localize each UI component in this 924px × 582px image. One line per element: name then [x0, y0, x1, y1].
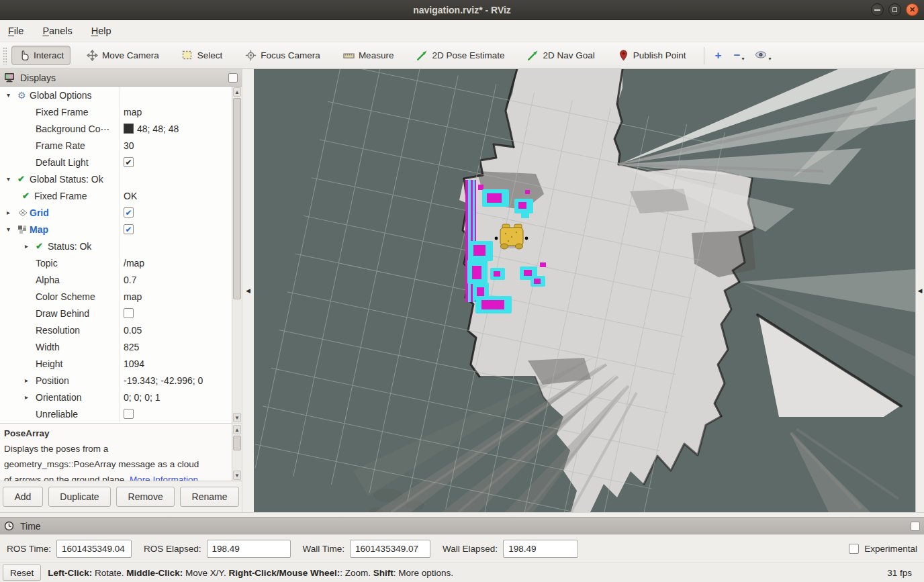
experimental-checkbox[interactable] [849, 544, 859, 554]
property-row-position[interactable]: ▸Position-19.343; -42.996; 0 [0, 372, 232, 389]
property-value-cell[interactable]: map [120, 103, 232, 120]
minimize-button[interactable] [871, 3, 884, 16]
viewport-bottom-splitter[interactable] [0, 512, 924, 517]
tool-focus-camera[interactable]: Focus Camera [238, 46, 327, 65]
color-swatch[interactable] [124, 124, 134, 134]
collapse-arrow-icon[interactable]: ▸ [22, 242, 36, 250]
property-row-global-status-ok[interactable]: ▾✔Global Status: Ok [0, 171, 232, 187]
property-value-cell[interactable]: -19.343; -42.996; 0 [120, 372, 232, 389]
property-row-orientation[interactable]: ▸Orientation0; 0; 0; 1 [0, 389, 232, 405]
rename-button[interactable]: Rename [180, 487, 239, 507]
property-row-background-co-[interactable]: Background Co⋯48; 48; 48 [0, 120, 232, 137]
tool-2d-nav-goal[interactable]: 2D Nav Goal [520, 46, 601, 65]
property-row-width[interactable]: Width825 [0, 338, 232, 355]
expand-arrow-icon[interactable]: ▾ [4, 91, 17, 99]
property-value-cell[interactable]: 48; 48; 48 [120, 120, 232, 137]
time-field-input[interactable]: 198.49 [503, 540, 578, 558]
property-value-cell[interactable]: map [120, 288, 232, 305]
expand-arrow-icon[interactable]: ▾ [4, 175, 17, 183]
time-field-input[interactable]: 1601435349.07 [350, 540, 430, 558]
displays-panel-header[interactable]: Displays [0, 69, 242, 87]
panel-splitter[interactable]: ◀ [242, 69, 254, 512]
reset-button[interactable]: Reset [3, 565, 41, 581]
property-value-cell[interactable]: /map [120, 254, 232, 271]
maximize-button[interactable] [888, 3, 901, 16]
remove-button[interactable]: Remove [116, 487, 175, 507]
property-value-cell[interactable]: ✔ [120, 221, 232, 238]
property-value-cell[interactable] [120, 405, 232, 422]
property-row-global-options[interactable]: ▾⚙Global Options [0, 87, 232, 103]
scroll-down-icon[interactable]: ▼ [233, 413, 241, 422]
scroll-down-icon[interactable]: ▼ [233, 471, 241, 480]
more-information-link[interactable]: More Information. [130, 475, 201, 481]
property-row-color-scheme[interactable]: Color Schememap [0, 288, 232, 305]
tool-select[interactable]: Select [175, 46, 230, 65]
property-row-frame-rate[interactable]: Frame Rate30 [0, 137, 232, 154]
tool-2d-pose-estimate[interactable]: 2D Pose Estimate [410, 46, 511, 65]
property-value-cell[interactable]: 0.05 [120, 322, 232, 338]
tool-visibility-button[interactable]: ▾ [752, 48, 772, 62]
property-row-alpha[interactable]: Alpha0.7 [0, 271, 232, 288]
close-button[interactable]: ✕ [906, 3, 919, 16]
time-panel-header[interactable]: Time [0, 517, 924, 534]
collapse-arrow-icon[interactable]: ▸ [4, 209, 17, 216]
property-checkbox[interactable]: ✔ [124, 157, 134, 167]
property-value-cell[interactable]: 0; 0; 0; 1 [120, 389, 232, 405]
tree-scrollbar-thumb[interactable] [233, 98, 241, 299]
property-value-cell[interactable] [120, 87, 232, 103]
property-row-fixed-frame[interactable]: Fixed Framemap [0, 103, 232, 120]
add-button[interactable]: Add [3, 487, 43, 507]
remove-tool-button[interactable]: −▾ [731, 48, 746, 62]
tool-publish-point[interactable]: Publish Point [611, 46, 693, 65]
property-checkbox[interactable]: ✔ [124, 224, 134, 234]
description-scrollbar-thumb[interactable] [233, 436, 241, 450]
property-value-cell[interactable]: ✔ [120, 204, 232, 221]
property-checkbox[interactable]: ✔ [124, 207, 134, 217]
tool-move-camera[interactable]: Move Camera [80, 46, 166, 65]
collapse-arrow-icon[interactable]: ▸ [22, 377, 36, 384]
3d-viewport-canvas[interactable] [254, 69, 915, 512]
menu-file[interactable]: File [8, 26, 24, 36]
expand-arrow-icon[interactable]: ▾ [4, 226, 17, 233]
property-row-draw-behind[interactable]: Draw Behind [0, 305, 232, 322]
title-bar[interactable]: navigation.rviz* - RViz ✕ [0, 0, 924, 20]
scroll-up-icon[interactable]: ▲ [233, 87, 241, 97]
collapse-arrow-icon[interactable]: ▸ [22, 393, 36, 401]
add-tool-button[interactable]: + [712, 48, 725, 62]
property-value-cell[interactable]: 1094 [120, 355, 232, 372]
chevron-down-icon[interactable]: ▾ [741, 56, 744, 62]
property-value-cell[interactable]: 30 [120, 137, 232, 154]
description-scrollbar[interactable]: ▲ ▼ [232, 424, 242, 481]
panel-float-button[interactable] [228, 73, 238, 83]
property-row-map[interactable]: ▾Map✔ [0, 221, 232, 238]
tree-scrollbar[interactable]: ▲ ▼ [232, 87, 242, 423]
property-row-height[interactable]: Height1094 [0, 355, 232, 372]
property-value-cell[interactable] [120, 238, 232, 254]
time-field-input[interactable]: 1601435349.04 [56, 540, 132, 558]
duplicate-button[interactable]: Duplicate [48, 487, 111, 507]
right-panel-collapsed-strip[interactable]: ◀ [915, 69, 924, 512]
property-row-unreliable[interactable]: Unreliable [0, 405, 232, 422]
toolbar-drag-handle[interactable] [3, 47, 7, 64]
chevron-down-icon[interactable]: ▾ [768, 56, 771, 62]
property-row-default-light[interactable]: Default Light✔ [0, 154, 232, 171]
panel-float-button[interactable] [911, 522, 920, 531]
property-value-cell[interactable] [120, 305, 232, 322]
3d-viewport[interactable] [254, 69, 915, 512]
scroll-up-icon[interactable]: ▲ [233, 425, 241, 434]
property-row-status-ok[interactable]: ▸✔Status: Ok [0, 238, 232, 254]
time-field-input[interactable]: 198.49 [207, 540, 291, 558]
property-value-cell[interactable]: ✔ [120, 154, 232, 171]
menu-panels[interactable]: Panels [42, 26, 72, 36]
property-row-fixed-frame[interactable]: ✔Fixed FrameOK [0, 187, 232, 204]
property-row-resolution[interactable]: Resolution0.05 [0, 322, 232, 338]
menu-help[interactable]: Help [91, 26, 111, 36]
tool-measure[interactable]: Measure [336, 46, 401, 65]
property-row-grid[interactable]: ▸Grid✔ [0, 204, 232, 221]
property-value-cell[interactable]: 825 [120, 338, 232, 355]
property-value-cell[interactable]: 0.7 [120, 271, 232, 288]
tool-interact[interactable]: Interact [11, 46, 71, 65]
property-row-topic[interactable]: Topic/map [0, 254, 232, 271]
property-value-cell[interactable] [120, 171, 232, 187]
property-checkbox[interactable] [124, 409, 134, 419]
